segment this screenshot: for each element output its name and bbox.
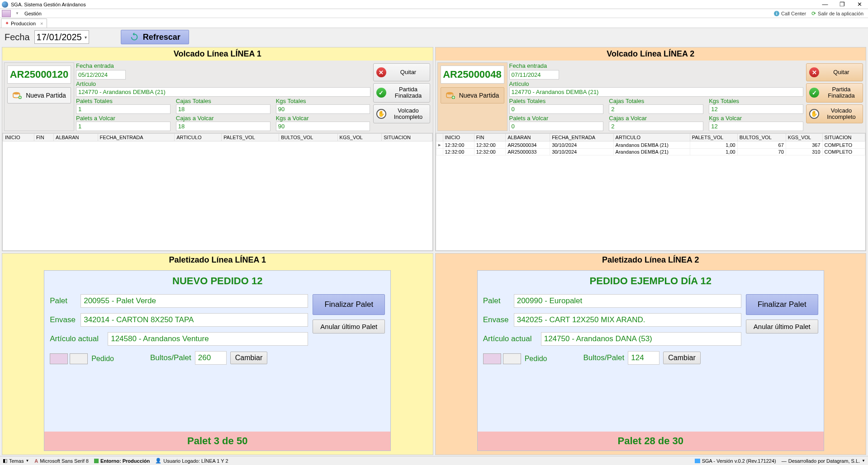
callcenter-link[interactable]: i Call Center xyxy=(771,10,809,17)
l2-cajas-volcar: 2 xyxy=(609,122,703,131)
tab-produccion[interactable]: ✦ Produccion × xyxy=(1,19,47,28)
fecha-label: Fecha xyxy=(5,32,30,42)
l1-palet-counter: Palet 3 de 50 xyxy=(44,432,390,451)
l1-palet: 200955 - Palet Verde xyxy=(81,294,308,308)
l1-bultos-input[interactable]: 260 xyxy=(195,351,227,365)
l2-fecha-entrada: 07/11/2024 xyxy=(509,70,559,80)
volcado-linea2-panel: Volcado Línea LÍNEA 2 AR25000048 Nueva P… xyxy=(435,47,867,251)
tabrow: ✦ Produccion × xyxy=(0,18,868,28)
app-title: SGA. Sistema Gestión Arándanos xyxy=(11,2,818,7)
titlebar: SGA. Sistema Gestión Arándanos — ❐ ✕ xyxy=(0,0,868,9)
produccion-tab-icon: ✦ xyxy=(5,20,9,26)
fecha-picker[interactable]: 17/01/2025 ▾ xyxy=(34,30,89,44)
l1-quitar-button[interactable]: ✕Quitar xyxy=(373,63,430,81)
main-grid: Volcado Línea LÍNEA 1 AR25000120 Nueva P… xyxy=(0,46,868,456)
l1-palets-totales: 1 xyxy=(76,104,171,114)
l2-cajas-totales: 2 xyxy=(609,104,703,114)
l1-envase: 342014 - CARTON 8X250 TAPA xyxy=(81,313,308,327)
remove-icon: ✕ xyxy=(809,67,819,77)
l2-palet-counter: Palet 28 de 30 xyxy=(478,432,824,451)
l2-articulo-actual: 124750 - Arandanos DANA (53) xyxy=(541,332,741,346)
l2-cambiar-button[interactable]: Cambiar xyxy=(663,352,700,364)
refrescar-button[interactable]: Refrescar xyxy=(121,30,189,44)
database-add-icon xyxy=(446,91,455,99)
l2-pedido-color2[interactable] xyxy=(503,353,521,364)
l1-table[interactable]: INICIOFIN ALBARANFECHA_ENTRADA ARTICULOP… xyxy=(2,133,433,251)
minimize-button[interactable]: — xyxy=(818,0,832,9)
l1-cambiar-button[interactable]: Cambiar xyxy=(230,352,267,364)
menu-dropdown-icon[interactable]: ▼ xyxy=(15,11,19,15)
refresh-icon: ⟳ xyxy=(811,10,816,17)
l1-fecha-entrada: 05/12/2024 xyxy=(76,70,126,80)
table-row[interactable]: 12:32:0012:32:00AR2500003330/10/2024Aran… xyxy=(436,149,865,155)
menubar: ▼ Gestión i Call Center ⟳ Salir de la ap… xyxy=(0,9,868,18)
l1-cajas-volcar: 18 xyxy=(176,122,270,131)
l1-nueva-partida-button[interactable]: Nueva Partida xyxy=(7,87,71,103)
l1-articulo: 124770 - Arandanos DEMBA (21) xyxy=(76,87,370,97)
l1-kgs-volcar: 90 xyxy=(276,122,370,131)
close-window-button[interactable]: ✕ xyxy=(853,0,866,9)
l1-palets-volcar: 1 xyxy=(76,122,171,131)
tab-close-icon[interactable]: × xyxy=(40,21,43,26)
l1-finalizar-palet-button[interactable]: Finalizar Palet xyxy=(313,294,385,315)
l2-bultos-input[interactable]: 124 xyxy=(628,351,659,365)
l2-palet: 200990 - Europalet xyxy=(514,294,741,308)
svg-point-2 xyxy=(446,92,453,94)
l2-articulo: 124770 - Arandanos DEMBA (21) xyxy=(509,87,804,97)
app-logo-icon xyxy=(2,1,8,8)
l2-partida-id: AR25000048 xyxy=(441,66,504,84)
l1-kgs-totales: 90 xyxy=(276,104,370,114)
l2-kgs-volcar: 12 xyxy=(709,122,803,131)
stop-icon: ✋ xyxy=(809,109,819,119)
info-icon: i xyxy=(774,11,779,16)
l2-nueva-partida-button[interactable]: Nueva Partida xyxy=(441,87,504,103)
svg-point-0 xyxy=(13,92,19,94)
l2-kgs-totales: 12 xyxy=(709,104,803,114)
database-add-icon xyxy=(12,91,22,99)
l2-palets-volcar: 0 xyxy=(509,122,604,131)
l2-pedido-title: PEDIDO EJEMPLO DÍA 12 xyxy=(478,271,824,294)
remove-icon: ✕ xyxy=(376,67,386,77)
table-row[interactable]: ▸12:32:0012:32:00AR2500003430/10/2024Ara… xyxy=(436,141,865,149)
l2-anular-palet-button[interactable]: Anular último Palet xyxy=(746,319,818,333)
l1-partida-id: AR25000120 xyxy=(7,66,71,84)
menu-gestion[interactable]: Gestión xyxy=(22,10,44,17)
l1-partida-finalizada-button[interactable]: ✓Partida Finalizada xyxy=(373,83,430,103)
stop-icon: ✋ xyxy=(376,109,386,119)
l1-pedido-color1[interactable] xyxy=(50,353,68,364)
l2-finalizar-palet-button[interactable]: Finalizar Palet xyxy=(746,294,818,315)
l1-pedido-color2[interactable] xyxy=(70,353,88,364)
volcado-l2-header: Volcado Línea LÍNEA 2 xyxy=(436,47,866,61)
volcado-linea1-panel: Volcado Línea LÍNEA 1 AR25000120 Nueva P… xyxy=(2,47,433,251)
paletizado-linea2-panel: Paletizado Línea LÍNEA 2 PEDIDO EJEMPLO … xyxy=(435,253,867,456)
l2-volcado-incompleto-button[interactable]: ✋Volcado Incompleto xyxy=(806,104,863,124)
l2-table[interactable]: INICIOFIN ALBARANFECHA_ENTRADA ARTICULOP… xyxy=(436,133,866,251)
check-icon: ✓ xyxy=(809,88,819,98)
paletizado-l2-header: Paletizado Línea LÍNEA 2 xyxy=(436,254,866,267)
l1-articulo-actual: 124580 - Arandanos Venture xyxy=(108,332,308,346)
l2-quitar-button[interactable]: ✕Quitar xyxy=(806,63,863,81)
l2-palets-totales: 0 xyxy=(509,104,604,114)
datepicker-arrow-icon[interactable]: ▾ xyxy=(85,35,87,40)
l2-partida-finalizada-button[interactable]: ✓Partida Finalizada xyxy=(806,83,863,103)
l1-volcado-incompleto-button[interactable]: ✋Volcado Incompleto xyxy=(373,104,430,124)
toolbar: Fecha 17/01/2025 ▾ Refrescar xyxy=(0,28,868,46)
l2-pedido-color1[interactable] xyxy=(483,353,501,364)
maximize-button[interactable]: ❐ xyxy=(835,0,849,9)
refresh-icon xyxy=(129,32,139,42)
l1-pedido-title: NUEVO PEDIDO 12 xyxy=(44,271,390,294)
l1-cajas-totales: 18 xyxy=(176,104,270,114)
paletizado-linea1-panel: Paletizado Línea LÍNEA 1 NUEVO PEDIDO 12… xyxy=(2,253,433,456)
l1-anular-palet-button[interactable]: Anular último Palet xyxy=(313,319,385,333)
volcado-l1-header: Volcado Línea LÍNEA 1 xyxy=(2,47,433,61)
salir-link[interactable]: ⟳ Salir de la aplicación xyxy=(809,9,866,18)
paletizado-l1-header: Paletizado Línea LÍNEA 1 xyxy=(2,254,433,267)
app-menu-icon[interactable] xyxy=(2,10,11,17)
check-icon: ✓ xyxy=(376,88,386,98)
l2-envase: 342025 - CART 12X250 MIX ARAND. xyxy=(514,313,741,327)
